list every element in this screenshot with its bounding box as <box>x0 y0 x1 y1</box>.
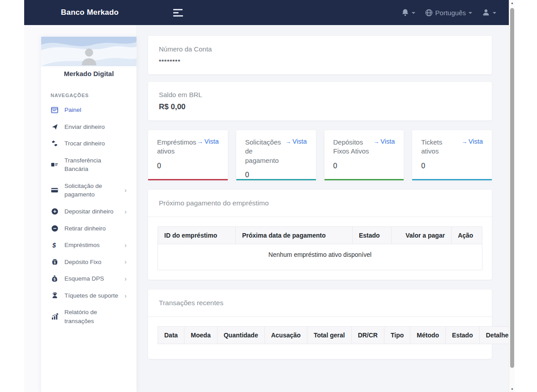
sidebar-item-label: Trocar dinheiro <box>64 139 105 148</box>
sidebar-item-label: Retirar dinheiro <box>64 224 106 233</box>
globe-icon <box>425 9 433 17</box>
sidebar-item-trocar-dinheiro[interactable]: Trocar dinheiro <box>41 135 136 152</box>
chevron-right-icon: › <box>124 259 127 265</box>
sidebar-item-enviar-dinheiro[interactable]: Enviar dinheiro <box>41 119 136 136</box>
stat-value: 0 <box>333 162 395 170</box>
chevron-right-icon: › <box>124 276 127 282</box>
col-type: Tipo <box>384 327 410 344</box>
col-details: Detalhes <box>479 327 509 344</box>
brand-logo[interactable]: Banco Merkado <box>61 8 119 17</box>
col-action: Ação <box>452 227 482 244</box>
minus-circle-icon <box>51 225 59 232</box>
notifications-dropdown[interactable] <box>401 9 415 17</box>
col-status: Estado <box>353 227 392 244</box>
arrow-right-icon: → <box>461 138 467 145</box>
sidebar-section-title: NAVEGAÇÕES <box>51 93 136 98</box>
scrollbar-thumb[interactable] <box>510 8 514 368</box>
sidebar-item-esquema-dps[interactable]: $ Esquema DPS › <box>41 270 136 287</box>
scroll-up-arrow[interactable]: ▲ <box>509 1 515 4</box>
stat-card-fixed-deposits: Depósitos Fixos Ativos →Vista 0 <box>324 130 404 180</box>
col-date: Data <box>158 327 184 344</box>
loan-panel-title: Próximo pagamento do empréstimo <box>148 190 492 217</box>
sidebar-item-label: Depositar dinheiro <box>64 207 114 216</box>
vista-link[interactable]: →Vista <box>461 138 483 145</box>
col-loan-id: ID do empréstimo <box>158 227 236 244</box>
account-number-label: Número da Conta <box>159 45 481 53</box>
loan-payment-panel: Próximo pagamento do empréstimo ID do em… <box>148 190 492 280</box>
profile-name: Merkado Digital <box>41 70 136 77</box>
user-icon <box>482 9 490 17</box>
stat-value: 0 <box>157 162 219 170</box>
account-number-value: ******** <box>159 58 481 65</box>
send-icon <box>51 124 59 130</box>
transactions-panel-title: Transações recentes <box>148 290 492 317</box>
sidebar-item-label: Depósito Fixo <box>64 258 102 267</box>
sidebar-item-label: Solicitação de pagamento <box>64 182 119 199</box>
credit-card-icon <box>51 187 59 193</box>
language-dropdown[interactable]: Português <box>425 9 472 17</box>
sidebar: Merkado Digital NAVEGAÇÕES Painel Enviar… <box>41 37 136 392</box>
loan-table-header-row: ID do empréstimo Próxima data de pagamen… <box>158 227 482 244</box>
chevron-down-icon <box>493 12 496 14</box>
language-label: Português <box>435 9 466 17</box>
sidebar-item-retirar-dinheiro[interactable]: Retirar dinheiro <box>41 220 136 237</box>
sidebar-item-emprestimos[interactable]: $ Empréstimos › <box>41 237 136 254</box>
arrow-right-icon: → <box>373 138 379 145</box>
chevron-down-icon <box>469 12 472 14</box>
balance-value: R$ 0,00 <box>159 102 481 111</box>
sidebar-item-tiquetes-de-suporte[interactable]: Tíquetes de suporte › <box>41 287 136 304</box>
sidebar-item-painel[interactable]: Painel <box>41 102 136 119</box>
sidebar-item-transferencia-bancaria[interactable]: Transferência Bancária <box>41 152 136 178</box>
arrow-right-icon: → <box>286 138 291 145</box>
col-charge: Acusação <box>264 327 307 344</box>
stat-label: Depósitos Fixos Ativos <box>333 138 374 156</box>
col-currency: Moeda <box>184 327 217 344</box>
exchange-icon <box>51 141 59 146</box>
stats-row: Empréstimos ativos →Vista 0 Solicitações… <box>148 130 492 180</box>
vista-link[interactable]: →Vista <box>197 138 219 145</box>
svg-text:$: $ <box>52 242 56 249</box>
hamburger-menu-icon[interactable] <box>173 9 184 17</box>
sidebar-item-solicitacao-de-pagamento[interactable]: Solicitação de pagamento › <box>41 178 136 203</box>
col-amount-to-pay: Valor a pagar <box>392 227 452 244</box>
vista-link[interactable]: →Vista <box>286 138 307 145</box>
app-window: Banco Merkado <box>24 0 509 392</box>
user-menu-dropdown[interactable] <box>482 9 496 17</box>
sidebar-item-label: Empréstimos <box>64 241 100 250</box>
plus-circle-icon <box>51 208 59 215</box>
support-agent-icon <box>51 292 59 299</box>
loan-table-empty-row: Nenhum empréstimo ativo disponível <box>158 244 482 270</box>
chevron-down-icon <box>412 12 415 14</box>
navbar-right: Português <box>401 9 496 17</box>
sidebar-menu: Painel Enviar dinheiro Trocar dinheiro <box>41 99 136 338</box>
sidebar-item-depositar-dinheiro[interactable]: Depositar dinheiro › <box>41 203 136 220</box>
stat-label: Empréstimos ativos <box>157 138 197 156</box>
arrow-right-icon: → <box>197 138 203 145</box>
stat-label: Tickets ativos <box>421 138 461 156</box>
sidebar-item-deposito-fixo[interactable]: $ Depósito Fixo › <box>41 254 136 271</box>
dollar-icon: $ <box>51 242 59 249</box>
balance-card: Saldo em BRL R$ 0,00 <box>148 82 492 120</box>
sidebar-item-label: Tíquetes de suporte <box>64 291 118 300</box>
main-content: Número da Conta ******** Saldo em BRL R$… <box>148 36 492 369</box>
vista-link[interactable]: →Vista <box>373 138 395 145</box>
col-next-payment-date: Próxima data de pagamento <box>236 227 353 244</box>
money-bag-icon: $ <box>51 275 59 282</box>
col-dr-cr: DR/CR <box>351 327 384 344</box>
chevron-right-icon: › <box>124 293 127 299</box>
col-amount: Quantidade <box>217 327 264 344</box>
profile-avatar <box>79 47 99 66</box>
sidebar-banner <box>41 37 136 66</box>
stat-value: 0 <box>245 171 307 179</box>
scroll-down-arrow[interactable]: ▼ <box>509 388 515 391</box>
svg-text:$: $ <box>53 260 55 264</box>
chevron-right-icon: › <box>124 242 127 248</box>
col-grand-total: Total geral <box>307 327 351 344</box>
dashboard-icon <box>51 107 59 113</box>
sidebar-item-relatorio-de-transacoes[interactable]: Relatório de transações <box>41 304 136 329</box>
sidebar-item-label: Relatório de transações <box>64 308 122 325</box>
sidebar-item-label: Esquema DPS <box>64 274 104 283</box>
bank-transfer-icon <box>51 162 59 168</box>
col-method: Método <box>410 327 446 344</box>
vertical-scrollbar[interactable]: ▲ ▼ <box>509 0 515 392</box>
